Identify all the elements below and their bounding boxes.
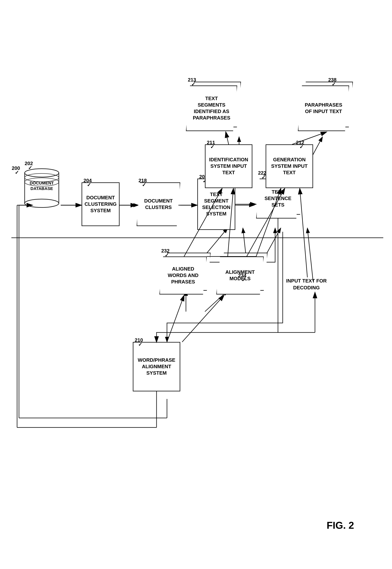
tick-238: ✓ <box>332 81 336 87</box>
paraphrases-label: PARAPHRASESOF INPUT TEXT <box>305 102 342 115</box>
document-database-label: DOCUMENTDATABASE <box>23 180 61 191</box>
svg-line-11 <box>307 228 313 281</box>
document-database-node: DOCUMENTDATABASE <box>23 165 61 210</box>
generation-system-box: GENERATIONSYSTEM INPUTTEXT <box>266 144 313 188</box>
tick-200: ✓ <box>15 170 19 176</box>
document-clustering-label: DOCUMENTCLUSTERINGSYSTEM <box>85 195 117 214</box>
input-text-decoding-label: INPUT TEXT FORDECODING <box>283 277 330 291</box>
tick-204: ✓ <box>87 182 91 188</box>
tick-222: ✓ <box>262 174 266 180</box>
identification-system-box: IDENTIFICATIONSYSTEM INPUTTEXT <box>205 144 252 188</box>
identification-system-label: IDENTIFICATIONSYSTEM INPUTTEXT <box>209 157 248 176</box>
tick-212: ✓ <box>299 144 304 150</box>
document-clustering-box: DOCUMENTCLUSTERINGSYSTEM <box>82 182 120 226</box>
word-phrase-alignment-label: WORD/PHRASEALIGNMENTSYSTEM <box>138 357 175 376</box>
document-clusters-node: DOCUMENTCLUSTERS <box>137 182 180 226</box>
text-segments-para-label: TEXTSEGMENTSIDENTIFIED ASPARAPHRASES <box>193 95 230 121</box>
aligned-words-node: ALIGNEDWORDS ANDPHRASES <box>159 256 207 295</box>
tick-213: ✓ <box>191 81 196 87</box>
svg-line-30 <box>182 295 224 342</box>
figure-label: FIG. 2 <box>327 520 354 531</box>
word-phrase-alignment-box: WORD/PHRASEALIGNMENTSYSTEM <box>133 342 180 391</box>
tick-210: ✓ <box>138 342 142 347</box>
separator-line <box>11 238 383 238</box>
aligned-words-label: ALIGNEDWORDS ANDPHRASES <box>168 266 198 285</box>
svg-line-29 <box>167 295 184 342</box>
text-sentence-sets-label: TEXTSENTENCESETS <box>265 189 292 208</box>
svg-point-20 <box>25 199 59 208</box>
diagram-container: DOCUMENTDATABASE 202 ✓ DOCUMENTCLUSTERIN… <box>0 0 392 569</box>
tick-232: ✓ <box>165 252 169 258</box>
document-clusters-label: DOCUMENTCLUSTERS <box>144 198 173 211</box>
tick-211: ✓ <box>210 144 214 150</box>
tick-234: ✓ <box>241 277 246 283</box>
text-segment-selection-label: TEXTSEGMENTSELECTIONSYSTEM <box>202 191 231 217</box>
text-segments-para-node: TEXTSEGMENTSIDENTIFIED ASPARAPHRASES <box>186 86 237 131</box>
paraphrases-node: PARAPHRASESOF INPUT TEXT <box>298 86 349 131</box>
generation-system-label: GENERATIONSYSTEM INPUTTEXT <box>271 157 308 176</box>
svg-line-35 <box>226 132 229 144</box>
tick-218: ✓ <box>142 182 146 188</box>
tick-202: ✓ <box>28 165 32 171</box>
